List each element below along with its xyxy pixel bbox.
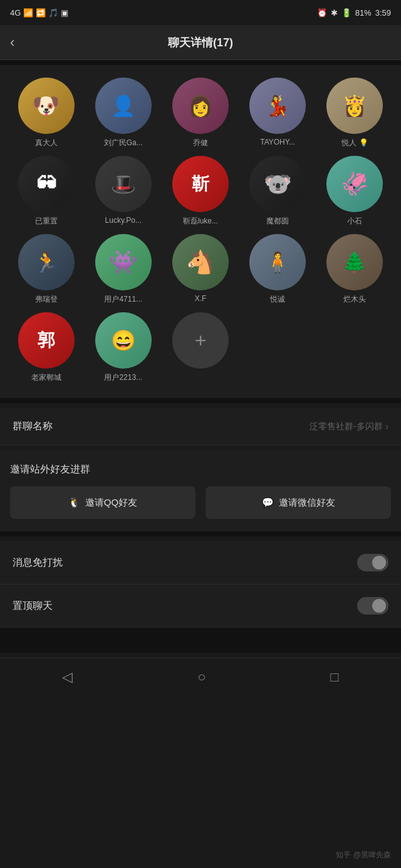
- header-divider: [0, 60, 401, 65]
- tiktok-icon: 🎵: [48, 8, 58, 18]
- member-item[interactable]: 🐨魔都圆: [242, 156, 314, 227]
- network-icon: 4G: [10, 8, 21, 18]
- alarm-icon: ⏰: [317, 8, 327, 18]
- member-item[interactable]: 👩乔健: [164, 78, 236, 148]
- watermark: 知乎 @黑啤先森: [336, 850, 391, 860]
- member-name: 悦诚: [270, 294, 285, 305]
- invite-buttons: 🐧 邀请QQ好友 💬 邀请微信好友: [10, 486, 391, 519]
- pin-toggle[interactable]: [357, 597, 388, 615]
- battery-percent: 81%: [355, 8, 372, 18]
- member-name: 小石: [347, 216, 362, 227]
- members-grid: 🐶真大人👤刘广民Ga...👩乔健💃TAYOHY...👸悦人 💡🕶已重置🎩Luck…: [10, 78, 391, 383]
- add-member-item[interactable]: +: [164, 312, 236, 383]
- member-item[interactable]: 郭老家郸城: [10, 312, 82, 383]
- time: 3:59: [375, 8, 391, 18]
- invite-qq-button[interactable]: 🐧 邀请QQ好友: [10, 486, 195, 519]
- battery-icon: 🔋: [341, 8, 352, 18]
- member-item[interactable]: 🌲烂木头: [319, 234, 391, 305]
- invite-section: 邀请站外好友进群 🐧 邀请QQ好友 💬 邀请微信好友: [0, 451, 401, 531]
- group-name-label: 群聊名称: [13, 420, 53, 433]
- members-section: 🐶真大人👤刘广民Ga...👩乔健💃TAYOHY...👸悦人 💡🕶已重置🎩Luck…: [0, 65, 401, 398]
- member-name: 用户4711...: [104, 294, 142, 305]
- member-item[interactable]: 👤刘广民Ga...: [87, 78, 159, 148]
- nav-back-button[interactable]: ◁: [62, 669, 73, 685]
- section-divider-2: [0, 531, 401, 536]
- member-item[interactable]: 👾用户4711...: [87, 234, 159, 305]
- group-name-row[interactable]: 群聊名称 泛零售社群-多闪群 ›: [0, 408, 401, 446]
- wechat-icon: 💬: [262, 497, 274, 508]
- nav-recent-button[interactable]: □: [330, 669, 338, 685]
- member-item[interactable]: 🐴X.F: [164, 234, 236, 305]
- bluetooth-icon: ✱: [331, 8, 338, 18]
- back-button[interactable]: ‹: [10, 34, 14, 51]
- member-name: 悦人 💡: [341, 138, 368, 148]
- page-title: 聊天详情(17): [168, 35, 233, 50]
- status-left: 4G 📶 🔁 🎵 ▣: [10, 8, 68, 18]
- member-name: 老家郸城: [31, 372, 61, 383]
- member-item[interactable]: 🧍悦诚: [242, 234, 314, 305]
- member-item[interactable]: 💃TAYOHY...: [242, 78, 314, 148]
- dnd-row: 消息免打扰: [0, 541, 401, 585]
- member-name: 乔健: [193, 138, 208, 148]
- chevron-right-icon: ›: [385, 421, 388, 432]
- member-name: 魔都圆: [266, 216, 289, 227]
- nav-home-button[interactable]: ○: [197, 669, 206, 685]
- toggle-section: 消息免打扰 置顶聊天: [0, 541, 401, 628]
- member-name: 靳磊luke...: [183, 216, 218, 227]
- qq-icon: 🐧: [68, 497, 80, 508]
- dnd-label: 消息免打扰: [13, 556, 63, 569]
- signal-icon: 📶: [23, 8, 33, 18]
- member-item[interactable]: 🦑小石: [319, 156, 391, 227]
- pin-row: 置顶聊天: [0, 585, 401, 628]
- status-right: ⏰ ✱ 🔋 81% 3:59: [317, 8, 391, 18]
- group-name-value: 泛零售社群-多闪群 ›: [310, 421, 388, 432]
- member-item[interactable]: 🏃弗瑞登: [10, 234, 82, 305]
- member-name: 烂木头: [343, 294, 366, 305]
- member-name: 刘广民Ga...: [104, 138, 143, 148]
- bottom-nav: ◁ ○ □: [0, 658, 401, 695]
- member-name: 用户2213...: [104, 372, 142, 383]
- member-item[interactable]: 😄用户2213...: [87, 312, 159, 383]
- pin-label: 置顶聊天: [13, 600, 53, 613]
- member-name: 弗瑞登: [35, 294, 58, 305]
- member-item[interactable]: 🐶真大人: [10, 78, 82, 148]
- status-bar: 4G 📶 🔁 🎵 ▣ ⏰ ✱ 🔋 81% 3:59: [0, 0, 401, 25]
- invite-wechat-button[interactable]: 💬 邀请微信好友: [206, 486, 391, 519]
- bottom-spacer: [0, 628, 401, 653]
- add-member-button[interactable]: +: [172, 312, 229, 369]
- section-divider-1: [0, 398, 401, 403]
- member-name: 已重置: [35, 216, 58, 227]
- member-item[interactable]: 🎩Lucky.Po...: [87, 156, 159, 227]
- app-icon: ▣: [61, 8, 68, 18]
- invite-title: 邀请站外好友进群: [10, 463, 391, 476]
- dnd-toggle[interactable]: [357, 554, 388, 571]
- wifi-icon: 🔁: [36, 8, 46, 18]
- member-item[interactable]: 🕶已重置: [10, 156, 82, 227]
- member-name: X.F: [195, 294, 207, 303]
- member-name: 真大人: [35, 138, 58, 148]
- member-item[interactable]: 靳靳磊luke...: [164, 156, 236, 227]
- member-name: TAYOHY...: [260, 138, 295, 146]
- member-item[interactable]: 👸悦人 💡: [319, 78, 391, 148]
- settings-section: 群聊名称 泛零售社群-多闪群 ›: [0, 408, 401, 446]
- header: ‹ 聊天详情(17): [0, 25, 401, 60]
- member-name: Lucky.Po...: [105, 216, 142, 225]
